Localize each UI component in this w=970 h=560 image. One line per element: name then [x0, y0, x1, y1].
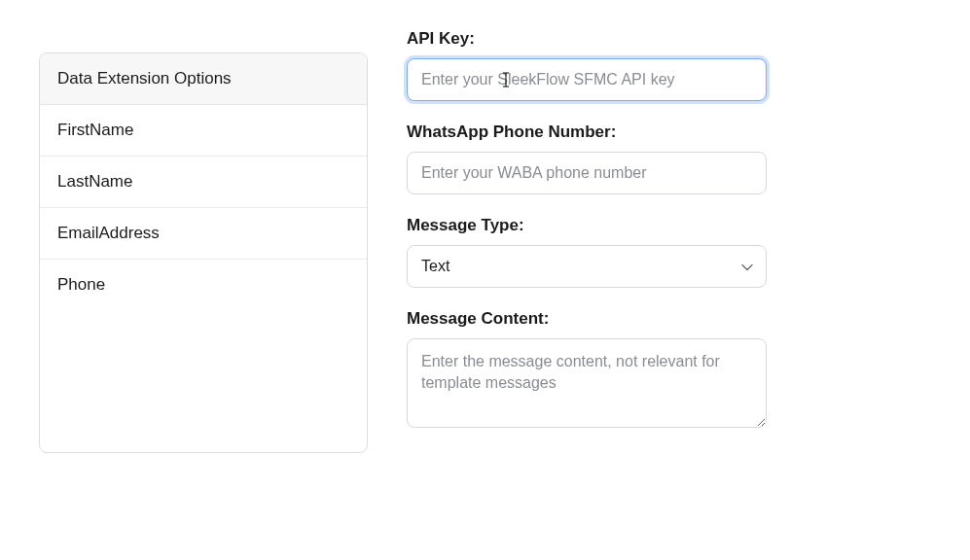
message-type-group: Message Type: Text	[407, 216, 767, 288]
sidebar-item-firstname[interactable]: FirstName	[40, 105, 367, 157]
api-key-group: API Key:	[407, 29, 767, 101]
layout: Data Extension Options FirstName LastNam…	[39, 29, 931, 453]
message-type-select-wrap: Text	[407, 245, 767, 288]
sidebar-header: Data Extension Options	[40, 53, 367, 105]
phone-number-input[interactable]	[407, 152, 767, 194]
sidebar-item-lastname[interactable]: LastName	[40, 157, 367, 208]
data-extension-sidebar: Data Extension Options FirstName LastNam…	[39, 52, 368, 453]
message-content-label: Message Content:	[407, 309, 767, 329]
phone-number-group: WhatsApp Phone Number:	[407, 122, 767, 194]
config-form: API Key: WhatsApp Phone Number: Message …	[407, 29, 767, 453]
message-type-label: Message Type:	[407, 216, 767, 235]
message-content-textarea[interactable]	[407, 338, 767, 428]
sidebar-item-phone[interactable]: Phone	[40, 260, 367, 310]
api-key-input[interactable]	[407, 58, 767, 101]
message-type-select[interactable]: Text	[407, 245, 767, 288]
sidebar-item-emailaddress[interactable]: EmailAddress	[40, 208, 367, 260]
message-content-group: Message Content:	[407, 309, 767, 432]
text-cursor-indicator	[407, 58, 767, 101]
api-key-label: API Key:	[407, 29, 767, 49]
phone-number-label: WhatsApp Phone Number:	[407, 122, 767, 142]
